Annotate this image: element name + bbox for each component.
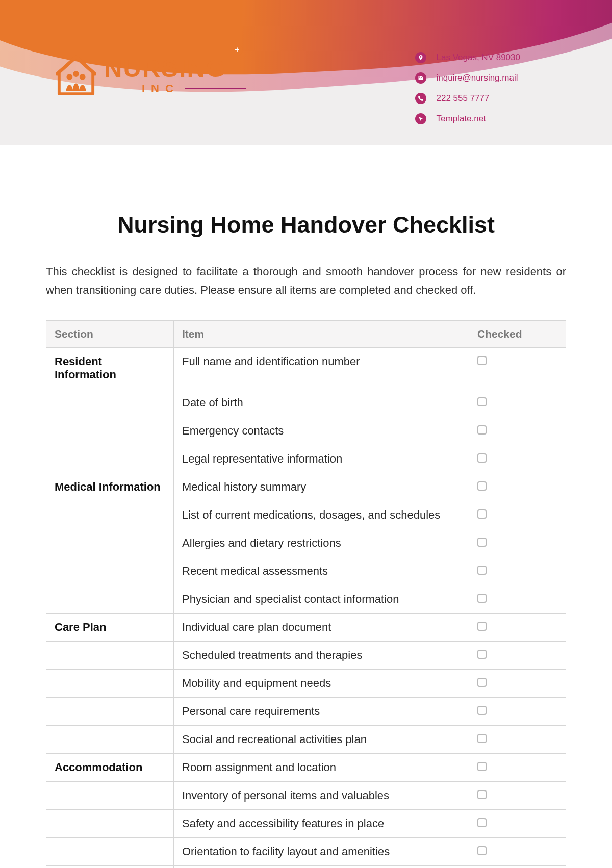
checkbox[interactable] [477, 846, 487, 855]
section-cell [46, 501, 174, 529]
check-cell [469, 585, 566, 613]
item-cell: Allergies and dietary restrictions [174, 529, 469, 557]
section-cell [46, 809, 174, 837]
table-row: Allergies and dietary restrictions [46, 529, 566, 557]
check-cell [469, 613, 566, 641]
section-cell [46, 669, 174, 697]
contact-site-row: Template.net [415, 113, 520, 124]
contact-phone: 222 555 7777 [437, 93, 490, 104]
section-cell [46, 445, 174, 473]
section-cell [46, 585, 174, 613]
table-row: Orientation to facility layout and ameni… [46, 837, 566, 865]
contact-email-row: inquire@nursing.mail [415, 72, 520, 84]
table-row: Emergency contacts [46, 417, 566, 445]
contact-address-row: Las Vegas, NV 89030 [415, 52, 520, 63]
section-cell: Care Plan [46, 613, 174, 641]
checkbox[interactable] [477, 453, 487, 463]
check-cell [469, 725, 566, 753]
checkbox[interactable] [477, 706, 487, 715]
check-cell [469, 445, 566, 473]
cursor-icon [415, 113, 426, 124]
item-cell: Personal care requirements [174, 697, 469, 725]
logo-word: NURSING + [104, 56, 246, 81]
section-cell [46, 557, 174, 585]
document-header: NURSING + INC Las Vegas, NV 89030 inquir… [0, 0, 612, 145]
checklist-table: Section Item Checked Resident Informatio… [46, 320, 566, 868]
table-row: Safety and accessibility features in pla… [46, 809, 566, 837]
table-row: Recent medical assessments [46, 557, 566, 585]
item-cell: Date of birth [174, 389, 469, 417]
item-cell: Physician and specialist contact informa… [174, 585, 469, 613]
table-row: Mobility and equipment needs [46, 669, 566, 697]
header-item: Item [174, 320, 469, 347]
item-cell: Safety and accessibility features in pla… [174, 809, 469, 837]
item-cell: Review of service contract [174, 865, 469, 868]
checkbox[interactable] [477, 538, 487, 547]
header-checked: Checked [469, 320, 566, 347]
table-row: Physician and specialist contact informa… [46, 585, 566, 613]
document-body: Nursing Home Handover Checklist This che… [0, 145, 612, 868]
contact-address: Las Vegas, NV 89030 [437, 53, 520, 63]
section-cell: Resident Information [46, 347, 174, 389]
item-cell: Individual care plan document [174, 613, 469, 641]
svg-point-2 [80, 74, 86, 80]
logo-underline [185, 88, 246, 89]
check-cell [469, 809, 566, 837]
checkbox[interactable] [477, 650, 487, 659]
map-pin-icon [415, 52, 426, 63]
section-cell [46, 529, 174, 557]
section-cell: Medical Information [46, 473, 174, 501]
item-cell: Recent medical assessments [174, 557, 469, 585]
item-cell: Social and recreational activities plan [174, 725, 469, 753]
item-cell: Mobility and equipment needs [174, 669, 469, 697]
header-section: Section [46, 320, 174, 347]
checkbox[interactable] [477, 481, 487, 491]
checkbox[interactable] [477, 397, 487, 406]
checkbox[interactable] [477, 566, 487, 575]
logo-inc-text: INC [142, 82, 180, 95]
contact-site: Template.net [437, 114, 486, 124]
contact-email: inquire@nursing.mail [437, 73, 518, 83]
check-cell [469, 641, 566, 669]
item-cell: Scheduled treatments and therapies [174, 641, 469, 669]
table-row: Scheduled treatments and therapies [46, 641, 566, 669]
plus-icon: + [233, 45, 243, 55]
table-row: Resident InformationFull name and identi… [46, 347, 566, 389]
table-row: Personal care requirements [46, 697, 566, 725]
check-cell [469, 865, 566, 868]
checkbox[interactable] [477, 762, 487, 771]
checkbox[interactable] [477, 818, 487, 827]
checkbox[interactable] [477, 790, 487, 799]
contact-phone-row: 222 555 7777 [415, 93, 520, 104]
checkbox[interactable] [477, 734, 487, 743]
check-cell [469, 529, 566, 557]
check-cell [469, 557, 566, 585]
page-title: Nursing Home Handover Checklist [46, 212, 566, 238]
table-header-row: Section Item Checked [46, 320, 566, 347]
item-cell: Emergency contacts [174, 417, 469, 445]
checkbox[interactable] [477, 594, 487, 603]
check-cell [469, 473, 566, 501]
svg-point-0 [66, 74, 72, 80]
section-cell [46, 837, 174, 865]
table-row: Legal representative information [46, 445, 566, 473]
item-cell: List of current medications, dosages, an… [174, 501, 469, 529]
checkbox[interactable] [477, 425, 487, 435]
section-cell [46, 725, 174, 753]
item-cell: Legal representative information [174, 445, 469, 473]
check-cell [469, 389, 566, 417]
checkbox[interactable] [477, 622, 487, 631]
check-cell [469, 753, 566, 781]
logo-text-block: NURSING + INC [104, 56, 246, 95]
table-row: Inventory of personal items and valuable… [46, 781, 566, 809]
checkbox[interactable] [477, 678, 487, 687]
table-row: AccommodationRoom assignment and locatio… [46, 753, 566, 781]
section-cell [46, 641, 174, 669]
phone-icon [415, 93, 426, 104]
logo-house-icon [56, 55, 96, 96]
checkbox[interactable] [477, 509, 487, 519]
check-cell [469, 837, 566, 865]
intro-paragraph: This checklist is designed to facilitate… [46, 263, 566, 300]
checkbox[interactable] [477, 356, 487, 365]
section-cell [46, 389, 174, 417]
